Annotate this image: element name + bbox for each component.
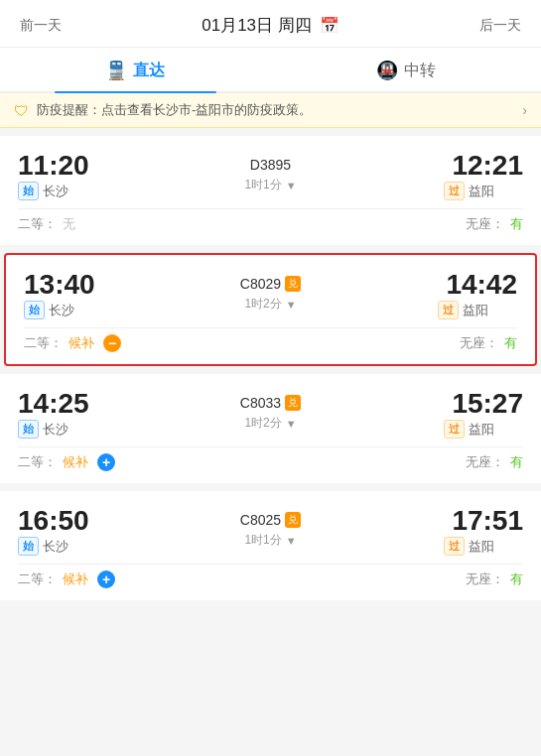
duration-row: 1时2分 ▼	[103, 296, 438, 313]
ticket-row: 二等： 无 无座： 有	[18, 208, 523, 233]
train-transfer-icon: 🚇	[376, 60, 398, 81]
train-main-row: 14:25 始 长沙 C8033 兑 1时2分 ▼	[18, 388, 523, 439]
plus-button[interactable]: +	[97, 570, 115, 588]
train-item[interactable]: 14:25 始 长沙 C8033 兑 1时2分 ▼	[0, 374, 541, 483]
dep-station-name: 长沙	[49, 302, 74, 319]
tab-bar: 🚆 直达 🚇 中转	[0, 48, 541, 93]
second-class-label: 二等：	[18, 215, 57, 233]
train-main-row: 11:20 始 长沙 D3895 1时1分 ▼ 12:21	[18, 150, 523, 200]
second-class-info: 二等： 候补 +	[18, 570, 115, 588]
train-item[interactable]: 11:20 始 长沙 D3895 1时1分 ▼ 12:21	[0, 136, 541, 245]
train-item[interactable]: 13:40 始 长沙 C8029 兑 1时2分 ▼	[4, 253, 537, 366]
minus-button[interactable]: −	[103, 334, 121, 352]
arrival-time: 14:42 过 益阳	[438, 269, 517, 319]
exchange-badge: 兑	[285, 276, 301, 292]
ticket-row: 二等： 候补 + 无座： 有	[18, 446, 523, 471]
no-seat-label: 无座：	[466, 453, 504, 471]
prev-day-button[interactable]: 前一天	[20, 17, 62, 35]
ticket-row: 二等： 候补 − 无座： 有	[24, 327, 517, 352]
second-class-value: 候补	[63, 570, 88, 588]
train-direct-icon: 🚆	[105, 60, 127, 81]
second-class-info: 二等： 候补 −	[24, 334, 121, 352]
train-number: C8033 兑	[97, 395, 444, 411]
arrival-time: 12:21 过 益阳	[444, 150, 523, 200]
arrival-time: 15:27 过 益阳	[444, 388, 523, 439]
arr-station-name: 益阳	[469, 421, 494, 439]
tab-direct-label: 直达	[133, 61, 165, 81]
exchange-badge: 兑	[285, 395, 301, 411]
train-main-row: 16:50 始 长沙 C8025 兑 1时1分 ▼	[18, 505, 523, 556]
dep-badge: 始	[18, 182, 39, 200]
arr-station: 过 益阳	[444, 537, 494, 556]
arr-badge: 过	[438, 301, 459, 319]
second-class-info: 二等： 候补 +	[18, 453, 115, 471]
train-number: C8025 兑	[97, 512, 444, 528]
no-seat-info: 无座： 有	[460, 334, 517, 352]
dep-badge: 始	[18, 420, 39, 439]
dep-station-name: 长沙	[43, 538, 68, 556]
tab-direct[interactable]: 🚆 直达	[0, 48, 271, 91]
duration-row: 1时1分 ▼	[97, 177, 444, 193]
duration-text: 1时1分	[244, 532, 281, 549]
duration-row: 1时1分 ▼	[97, 532, 444, 549]
no-seat-value: 有	[510, 453, 523, 471]
duration-arrow-icon: ▼	[286, 180, 297, 191]
arr-station: 过 益阳	[444, 420, 494, 439]
notice-text: 防疫提醒：点击查看长沙市-益阳市的防疫政策。	[37, 101, 514, 119]
header: 前一天 01月13日 周四 📅 后一天	[0, 0, 541, 48]
duration-text: 1时1分	[244, 177, 281, 193]
duration-arrow-icon: ▼	[286, 299, 297, 311]
train-info-middle: C8025 兑 1时1分 ▼	[97, 512, 444, 549]
second-class-label: 二等：	[24, 334, 63, 352]
no-seat-info: 无座： 有	[466, 453, 523, 471]
dep-badge: 始	[18, 537, 39, 556]
dep-station-name: 长沙	[43, 421, 68, 439]
tab-transfer-label: 中转	[404, 61, 436, 81]
no-seat-label: 无座：	[460, 334, 498, 352]
duration-text: 1时2分	[244, 415, 281, 432]
no-seat-value: 有	[510, 570, 523, 588]
arrival-time: 17:51 过 益阳	[444, 505, 523, 556]
train-number: D3895	[97, 157, 444, 173]
arr-station-name: 益阳	[469, 538, 494, 556]
plus-button[interactable]: +	[97, 453, 115, 471]
second-class-label: 二等：	[18, 570, 57, 588]
duration-row: 1时2分 ▼	[97, 415, 444, 432]
ticket-row: 二等： 候补 + 无座： 有	[18, 564, 523, 588]
dep-station-name: 长沙	[43, 183, 68, 200]
train-list: 11:20 始 长沙 D3895 1时1分 ▼ 12:21	[0, 136, 541, 600]
dep-station: 始 长沙	[24, 301, 74, 319]
tab-transfer[interactable]: 🚇 中转	[271, 48, 542, 91]
next-day-button[interactable]: 后一天	[479, 17, 521, 35]
notice-bar[interactable]: 🛡 防疫提醒：点击查看长沙市-益阳市的防疫政策。 ›	[0, 93, 541, 128]
arr-badge: 过	[444, 537, 465, 556]
exchange-badge: 兑	[285, 512, 301, 528]
train-info-middle: C8029 兑 1时2分 ▼	[103, 276, 438, 313]
second-class-label: 二等：	[18, 453, 57, 471]
no-seat-value: 有	[504, 334, 517, 352]
duration-text: 1时2分	[244, 296, 281, 313]
arr-station: 过 益阳	[444, 182, 494, 200]
dep-station: 始 长沙	[18, 537, 68, 556]
date-display: 01月13日 周四 📅	[202, 14, 339, 37]
dep-station: 始 长沙	[18, 420, 68, 439]
date-text: 01月13日 周四	[202, 14, 312, 37]
train-item[interactable]: 16:50 始 长沙 C8025 兑 1时1分 ▼	[0, 491, 541, 600]
duration-arrow-icon: ▼	[286, 535, 297, 547]
arr-station: 过 益阳	[438, 301, 488, 319]
duration-arrow-icon: ▼	[286, 418, 297, 430]
second-class-value: 无	[63, 215, 75, 233]
arr-badge: 过	[444, 182, 465, 200]
train-main-row: 13:40 始 长沙 C8029 兑 1时2分 ▼	[24, 269, 517, 319]
departure-time: 14:25 始 长沙	[18, 388, 97, 439]
departure-time: 16:50 始 长沙	[18, 505, 97, 556]
arr-badge: 过	[444, 420, 465, 439]
train-info-middle: C8033 兑 1时2分 ▼	[97, 395, 444, 432]
calendar-icon[interactable]: 📅	[320, 16, 339, 35]
no-seat-label: 无座：	[466, 215, 504, 233]
shield-icon: 🛡	[14, 102, 29, 119]
arr-station-name: 益阳	[469, 183, 494, 200]
no-seat-info: 无座： 有	[466, 215, 523, 233]
no-seat-label: 无座：	[466, 570, 504, 588]
train-number: C8029 兑	[103, 276, 438, 292]
